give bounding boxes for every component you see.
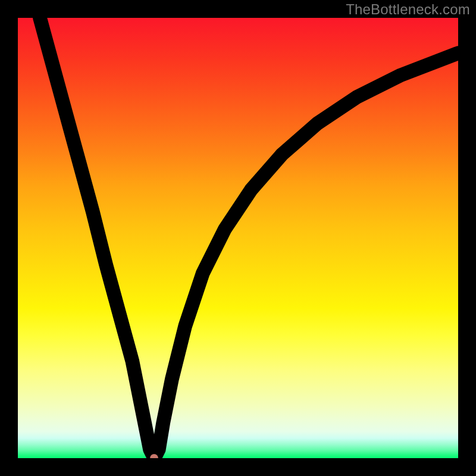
bottleneck-curve: [18, 18, 458, 458]
plot-area: [18, 18, 458, 458]
optimum-marker-dot: [150, 454, 158, 458]
chart-frame: TheBottleneck.com: [0, 0, 476, 476]
watermark-text: TheBottleneck.com: [346, 1, 470, 18]
